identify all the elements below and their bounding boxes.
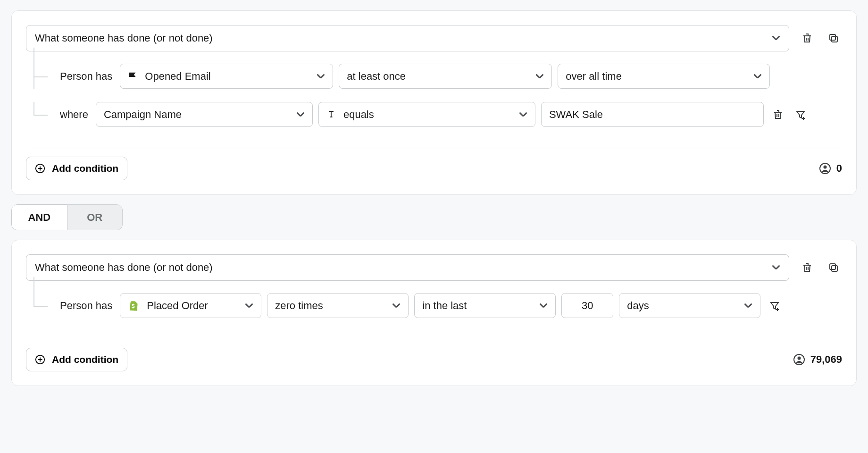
nested-rows: Person has Opened Email at least once ov… <box>26 57 842 134</box>
property-select[interactable]: Campaign Name <box>96 102 313 127</box>
count-value: 79,069 <box>810 353 842 366</box>
event-label: Opened Email <box>145 70 210 83</box>
filter-row: where Campaign Name equals SWAK Sale <box>26 95 842 134</box>
timeframe-label: over all time <box>566 70 622 83</box>
text-type-icon <box>326 109 337 120</box>
duplicate-group-button[interactable] <box>825 30 842 47</box>
frequency-label: zero times <box>275 300 323 312</box>
filter-add-icon <box>795 109 806 120</box>
join-and-option[interactable]: AND <box>11 204 67 230</box>
chevron-down-icon <box>535 74 544 79</box>
chevron-down-icon <box>772 35 780 41</box>
svg-point-4 <box>823 166 826 169</box>
unit-select[interactable]: days <box>619 293 760 318</box>
amount-input[interactable]: 30 <box>561 293 613 318</box>
svg-rect-5 <box>832 266 837 271</box>
tree-connector <box>26 102 54 127</box>
timeframe-select[interactable]: over all time <box>558 64 770 89</box>
group-header-row: What someone has done (or not done) <box>26 25 842 51</box>
trash-icon <box>801 33 813 44</box>
add-condition-label: Add condition <box>52 354 118 365</box>
chevron-down-icon <box>245 303 253 309</box>
condition-type-select[interactable]: What someone has done (or not done) <box>26 254 789 281</box>
svg-rect-6 <box>830 264 835 269</box>
add-condition-button[interactable]: Add condition <box>26 348 127 371</box>
delete-group-button[interactable] <box>799 30 816 47</box>
group-footer: Add condition 0 <box>26 148 842 186</box>
event-row: Person has Opened Email at least once ov… <box>26 57 842 95</box>
condition-type-label: What someone has done (or not done) <box>35 32 213 44</box>
delete-group-button[interactable] <box>799 259 816 276</box>
value-input[interactable]: SWAK Sale <box>541 102 764 127</box>
person-has-label: Person has <box>60 300 114 312</box>
condition-group-1: What someone has done (or not done) Pers… <box>11 10 857 195</box>
chevron-down-icon <box>539 303 548 309</box>
person-icon <box>793 354 805 365</box>
chevron-down-icon <box>296 112 305 117</box>
join-operator-toggle: AND OR <box>11 204 123 230</box>
delete-filter-button[interactable] <box>769 106 786 123</box>
profile-count: 79,069 <box>793 353 842 366</box>
frequency-select[interactable]: zero times <box>267 293 409 318</box>
frequency-select[interactable]: at least once <box>339 64 552 89</box>
shopify-icon <box>128 300 140 312</box>
unit-label: days <box>627 300 649 312</box>
count-value: 0 <box>836 162 842 175</box>
nested-rows: Person has Placed Order zero times <box>26 286 842 325</box>
svg-rect-1 <box>830 34 835 40</box>
copy-icon <box>828 262 839 273</box>
event-select[interactable]: Placed Order <box>120 293 261 318</box>
join-or-label: OR <box>87 211 102 224</box>
join-or-option[interactable]: OR <box>67 204 123 230</box>
timeframe-label: in the last <box>422 300 467 312</box>
event-select[interactable]: Opened Email <box>120 64 333 89</box>
amount-value: 30 <box>582 300 593 312</box>
svg-rect-0 <box>832 36 837 42</box>
trash-icon <box>772 109 784 120</box>
value-text: SWAK Sale <box>549 109 603 121</box>
timeframe-select[interactable]: in the last <box>414 293 556 318</box>
condition-type-label: What someone has done (or not done) <box>35 261 213 274</box>
tree-connector <box>26 64 54 89</box>
condition-type-select[interactable]: What someone has done (or not done) <box>26 25 789 51</box>
chevron-down-icon <box>753 74 762 79</box>
chevron-down-icon <box>744 303 752 309</box>
email-flag-icon <box>128 71 138 82</box>
join-and-label: AND <box>28 211 50 224</box>
tree-connector <box>26 293 54 318</box>
event-label: Placed Order <box>147 300 208 312</box>
where-label: where <box>60 109 90 121</box>
event-row: Person has Placed Order zero times <box>26 286 842 325</box>
chevron-down-icon <box>392 303 401 309</box>
copy-icon <box>828 33 839 44</box>
filter-add-icon <box>769 300 780 311</box>
plus-circle-icon <box>35 163 45 174</box>
duplicate-group-button[interactable] <box>825 259 842 276</box>
group-footer: Add condition 79,069 <box>26 339 842 377</box>
chevron-down-icon <box>519 112 527 117</box>
chevron-down-icon <box>317 74 325 79</box>
person-icon <box>819 163 831 174</box>
chevron-down-icon <box>772 265 780 270</box>
trash-icon <box>801 262 813 273</box>
person-has-label: Person has <box>60 70 114 83</box>
plus-circle-icon <box>35 354 45 365</box>
property-label: Campaign Name <box>104 109 182 121</box>
profile-count: 0 <box>819 162 842 175</box>
add-condition-label: Add condition <box>52 163 118 174</box>
group-header-row: What someone has done (or not done) <box>26 254 842 281</box>
add-filter-button[interactable] <box>766 297 783 314</box>
frequency-label: at least once <box>347 70 406 83</box>
svg-point-9 <box>797 357 801 360</box>
add-filter-button[interactable] <box>792 106 809 123</box>
operator-label: equals <box>343 109 374 121</box>
operator-select[interactable]: equals <box>318 102 535 127</box>
condition-group-2: What someone has done (or not done) Pers… <box>11 240 857 386</box>
add-condition-button[interactable]: Add condition <box>26 157 127 180</box>
